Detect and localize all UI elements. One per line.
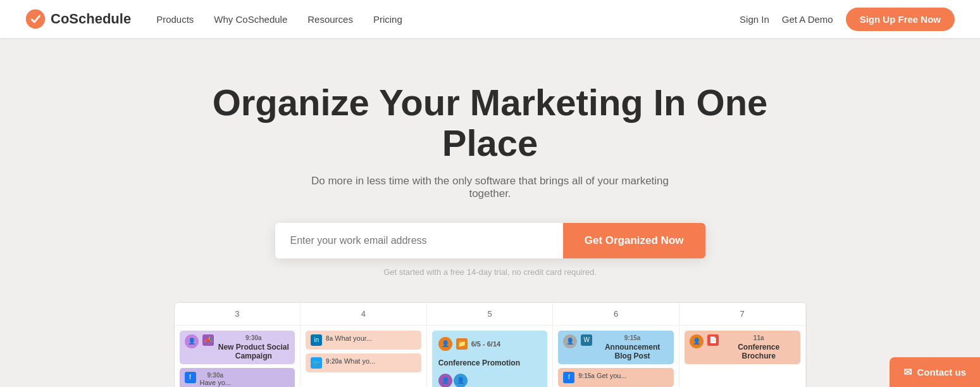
avatar-1: 👤 [438, 337, 452, 351]
hero-title: Organize Your Marketing In One Place [206, 82, 775, 163]
nav-pricing[interactable]: Pricing [373, 14, 402, 25]
signup-button[interactable]: Sign Up Free Now [846, 8, 955, 31]
cal-day-4: in 8a What your... 🐦 9:20a What yo... [301, 326, 427, 387]
cal-day-6: 👤 W 9:15a Announcement Blog Post f 9:15a… [553, 326, 679, 387]
avatar-3: 👤 [454, 374, 468, 387]
facebook-icon-2: f [563, 372, 574, 383]
doc-icon: 📄 [707, 334, 719, 346]
nav-right: Sign In Get A Demo Sign Up Free Now [740, 8, 955, 31]
trial-note: Get started with a free 14-day trial, no… [13, 267, 967, 277]
nav-resources[interactable]: Resources [307, 14, 353, 25]
avatars-row: 👤 👤 [438, 374, 468, 387]
contact-us-button[interactable]: ✉ Contact us [890, 357, 980, 387]
cal-header-4: 4 [301, 303, 427, 325]
sign-in-link[interactable]: Sign In [740, 14, 769, 25]
cal-card-linkedin[interactable]: in 8a What your... [306, 331, 421, 350]
hero-section: Organize Your Marketing In One Place Do … [0, 38, 980, 387]
avatar-2: 👤 [438, 374, 452, 387]
coschedule-logo-icon [25, 9, 46, 29]
logo-text: CoSchedule [51, 11, 131, 27]
megaphone-icon: 📣 [202, 334, 214, 346]
avatar-5: 👤 [690, 334, 704, 348]
cal-card-facebook-2[interactable]: f 9:15a Get you... [558, 368, 674, 387]
cal-card-brochure[interactable]: 👤 📄 11a Conference Brochure [685, 331, 800, 364]
cal-day-5: 👤 📁 6/5 - 6/14 Conference Promotion 👤 👤 [427, 326, 554, 387]
linkedin-icon: in [311, 334, 322, 346]
avatar-4: 👤 [563, 334, 577, 348]
contact-label: Contact us [917, 367, 966, 377]
cal-card-blog-post[interactable]: 👤 W 9:15a Announcement Blog Post [558, 331, 674, 364]
cal-card-facebook-1[interactable]: f 9:30a Have yo... [180, 368, 295, 387]
cal-card-social-campaign[interactable]: 👤 📣 9:30a New Product Social Campaign [180, 331, 295, 364]
twitter-icon: 🐦 [311, 357, 322, 369]
facebook-icon: f [185, 372, 196, 383]
cal-header-5: 5 [427, 303, 554, 325]
get-demo-link[interactable]: Get A Demo [782, 14, 833, 25]
folder-icon: 📁 [456, 338, 468, 350]
cal-header-7: 7 [679, 303, 806, 325]
wordpress-icon: W [581, 334, 592, 346]
navigation: CoSchedule Products Why CoSchedule Resou… [0, 0, 980, 38]
calendar-body: 👤 📣 9:30a New Product Social Campaign f … [175, 326, 806, 387]
cal-header-6: 6 [553, 303, 679, 325]
cal-day-3: 👤 📣 9:30a New Product Social Campaign f … [175, 326, 301, 387]
nav-why[interactable]: Why CoSchedule [214, 14, 287, 25]
email-input[interactable] [275, 223, 563, 258]
email-icon: ✉ [903, 366, 912, 378]
svg-point-0 [26, 10, 45, 29]
nav-links: Products Why CoSchedule Resources Pricin… [156, 14, 740, 25]
logo-link[interactable]: CoSchedule [25, 9, 131, 29]
avatar: 👤 [185, 334, 199, 348]
cal-card-twitter[interactable]: 🐦 9:20a What yo... [306, 353, 421, 372]
calendar-preview: 3 4 5 6 7 👤 📣 9:30a New Product Social C… [174, 302, 807, 387]
calendar-header: 3 4 5 6 7 [175, 303, 806, 326]
hero-subtitle: Do more in less time with the only softw… [301, 175, 680, 200]
get-organized-button[interactable]: Get Organized Now [563, 223, 705, 258]
signup-form: Get Organized Now [275, 223, 705, 258]
nav-products[interactable]: Products [156, 14, 194, 25]
cal-day-7: 👤 📄 11a Conference Brochure [679, 326, 806, 387]
cal-card-conference-promo[interactable]: 👤 📁 6/5 - 6/14 Conference Promotion 👤 👤 [432, 331, 548, 387]
cal-header-3: 3 [175, 303, 301, 325]
